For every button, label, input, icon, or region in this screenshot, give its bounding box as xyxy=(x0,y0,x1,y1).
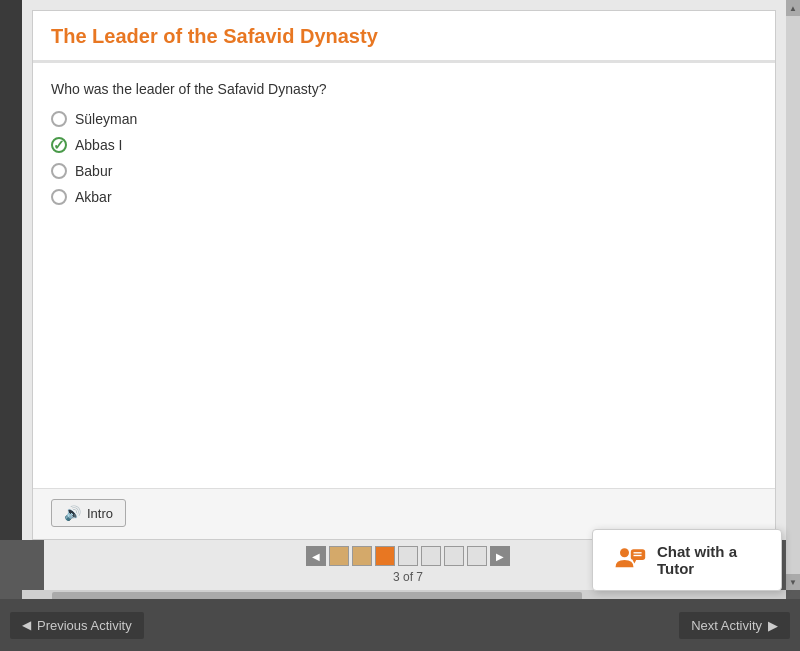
page-dot-4[interactable] xyxy=(398,546,418,566)
main-content: The Leader of the Safavid Dynasty Who wa… xyxy=(22,0,786,540)
scroll-up-button[interactable]: ▲ xyxy=(786,0,800,16)
chat-tutor-widget[interactable]: Chat with a Tutor xyxy=(592,529,782,591)
card-title: The Leader of the Safavid Dynasty xyxy=(51,25,757,48)
answer-option-3[interactable]: Babur xyxy=(51,163,757,179)
left-sidebar xyxy=(0,0,22,540)
page-dot-5[interactable] xyxy=(421,546,441,566)
radio-circle-3[interactable] xyxy=(51,163,67,179)
next-arrow-icon: ▶ xyxy=(768,618,778,633)
speaker-icon: 🔊 xyxy=(64,505,81,521)
next-page-button[interactable]: ▶ xyxy=(490,546,510,566)
answer-label-2: Abbas I xyxy=(75,137,122,153)
answer-label-1: Süleyman xyxy=(75,111,137,127)
svg-marker-2 xyxy=(633,560,637,564)
card-body: Who was the leader of the Safavid Dynast… xyxy=(33,63,775,488)
svg-rect-1 xyxy=(631,549,645,560)
question-card: The Leader of the Safavid Dynasty Who wa… xyxy=(32,10,776,540)
page-dot-7[interactable] xyxy=(467,546,487,566)
page-dot-6[interactable] xyxy=(444,546,464,566)
svg-point-0 xyxy=(620,548,629,557)
checkmark-icon: ✓ xyxy=(53,137,65,153)
next-activity-button[interactable]: Next Activity ▶ xyxy=(679,612,790,639)
answer-option-1[interactable]: Süleyman xyxy=(51,111,757,127)
page-dot-3[interactable] xyxy=(375,546,395,566)
answer-label-4: Akbar xyxy=(75,189,112,205)
scroll-down-button[interactable]: ▼ xyxy=(786,574,800,590)
radio-circle-2[interactable]: ✓ xyxy=(51,137,67,153)
answer-option-4[interactable]: Akbar xyxy=(51,189,757,205)
prev-activity-label: Previous Activity xyxy=(37,618,132,633)
intro-button[interactable]: 🔊 Intro xyxy=(51,499,126,527)
card-header: The Leader of the Safavid Dynasty xyxy=(33,11,775,63)
answer-option-2[interactable]: ✓ Abbas I xyxy=(51,137,757,153)
page-dot-2[interactable] xyxy=(352,546,372,566)
prev-arrow-icon: ◀ xyxy=(22,618,31,632)
chat-tutor-icon xyxy=(611,542,647,578)
radio-circle-1[interactable] xyxy=(51,111,67,127)
chat-tutor-label: Chat with a Tutor xyxy=(657,543,763,577)
page-dot-1[interactable] xyxy=(329,546,349,566)
answer-label-3: Babur xyxy=(75,163,112,179)
intro-button-label: Intro xyxy=(87,506,113,521)
answer-options: Süleyman ✓ Abbas I Babur xyxy=(51,111,757,205)
prev-activity-button[interactable]: ◀ Previous Activity xyxy=(10,612,144,639)
pagination-controls: ◀ ▶ xyxy=(306,546,510,566)
right-scrollbar[interactable]: ▲ ▼ xyxy=(786,0,800,590)
page-count: 3 of 7 xyxy=(393,570,423,584)
page-container: ▲ ▼ The Leader of the Safavid Dynasty Wh… xyxy=(0,0,800,651)
bottom-bar: ◀ Previous Activity Next Activity ▶ xyxy=(0,599,800,651)
next-activity-label: Next Activity xyxy=(691,618,762,633)
question-text: Who was the leader of the Safavid Dynast… xyxy=(51,81,757,97)
prev-page-button[interactable]: ◀ xyxy=(306,546,326,566)
radio-circle-4[interactable] xyxy=(51,189,67,205)
